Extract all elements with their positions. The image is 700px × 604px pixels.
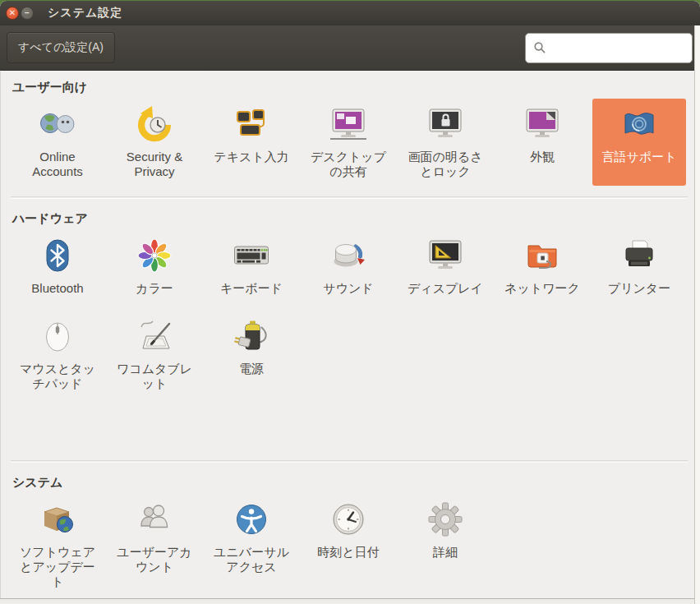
settings-item-desktop-sharing[interactable]: デスクトップの共有 (302, 99, 395, 186)
time-date-icon (329, 500, 368, 539)
settings-item-label: Online Accounts (16, 150, 99, 179)
mouse-touchpad-icon (38, 316, 77, 356)
section-divider (11, 196, 688, 199)
search-icon (533, 41, 546, 54)
personal-grid: Online Accounts Security & Privacy (9, 99, 694, 186)
section-title-system: システム (12, 475, 694, 490)
settings-item-label: テキスト入力 (214, 150, 288, 164)
settings-item-label: 言語サポート (601, 150, 676, 164)
color-icon (135, 236, 174, 275)
hardware-grid: Bluetooth カラー (9, 230, 694, 391)
settings-item-label: 時刻と日付 (317, 545, 379, 560)
appearance-icon (523, 104, 562, 144)
online-accounts-icon (38, 104, 77, 144)
settings-item-label: ワコムタブレット (113, 362, 196, 391)
settings-item-label: 画面の明るさとロック (404, 150, 486, 179)
bluetooth-icon (38, 236, 77, 275)
system-settings-window: ✕ − システム設定 すべての設定(A) ユーザー向け (0, 1, 700, 604)
window-bottom-edge (0, 598, 694, 604)
settings-item-label: キーボード (220, 281, 283, 296)
settings-item-label: サウンド (323, 281, 373, 296)
language-support-icon (619, 104, 659, 144)
settings-item-power[interactable]: 電源 (205, 311, 298, 391)
minimize-button[interactable]: − (21, 7, 34, 20)
settings-item-label: ユニバーサルアクセス (210, 545, 292, 574)
settings-item-label: マウスとタッチパッド (16, 362, 99, 391)
displays-icon (426, 236, 465, 275)
settings-item-label: ディスプレイ (408, 281, 483, 296)
printers-icon (619, 236, 659, 275)
settings-item-online-accounts[interactable]: Online Accounts (11, 99, 104, 186)
settings-item-user-accounts[interactable]: ユーザーアカウント (108, 494, 201, 598)
settings-item-appearance[interactable]: 外観 (495, 99, 589, 186)
minimize-icon: − (25, 9, 30, 17)
settings-item-screen-brightness-lock[interactable]: 画面の明るさとロック (398, 99, 492, 186)
settings-item-network[interactable]: ネットワーク (495, 230, 589, 311)
settings-item-label: Security & Privacy (113, 150, 196, 179)
settings-item-security-privacy[interactable]: Security & Privacy (108, 99, 201, 186)
settings-item-label: デスクトップの共有 (307, 150, 389, 179)
search-box[interactable] (525, 33, 693, 63)
details-icon (426, 500, 465, 539)
close-icon: ✕ (9, 9, 16, 17)
desktop-sharing-icon (329, 104, 368, 144)
settings-item-time-date[interactable]: 時刻と日付 (302, 494, 395, 598)
settings-item-label: ソフトウェアとアップデート (16, 545, 99, 589)
settings-item-label: プリンター (608, 281, 670, 296)
search-input[interactable] (551, 40, 684, 55)
settings-item-printers[interactable]: プリンター (592, 230, 686, 311)
system-grid: ソフトウェアとアップデート ユーザーアカウント (9, 494, 694, 598)
settings-item-displays[interactable]: ディスプレイ (398, 230, 492, 311)
security-privacy-icon (135, 104, 174, 144)
wacom-tablet-icon (135, 316, 174, 356)
user-accounts-icon (135, 500, 174, 539)
settings-item-language-support[interactable]: 言語サポート (592, 99, 686, 186)
section-title-hardware: ハードウェア (12, 211, 694, 226)
settings-item-details[interactable]: 詳細 (398, 494, 492, 598)
settings-item-label: Bluetooth (31, 281, 83, 296)
settings-item-universal-access[interactable]: ユニバーサルアクセス (205, 494, 298, 598)
keyboard-icon (232, 236, 271, 275)
settings-item-software-updates[interactable]: ソフトウェアとアップデート (11, 494, 104, 598)
close-button[interactable]: ✕ (6, 7, 19, 20)
window-title: システム設定 (48, 6, 122, 21)
text-entry-icon (232, 104, 271, 144)
settings-panel: ユーザー向け Online Accounts (0, 71, 694, 598)
settings-item-color[interactable]: カラー (108, 230, 201, 311)
scrollbar-track[interactable] (694, 25, 700, 604)
settings-item-label: ネットワーク (504, 281, 580, 296)
settings-item-text-entry[interactable]: テキスト入力 (205, 99, 298, 186)
screen-brightness-lock-icon (426, 104, 465, 144)
settings-item-sound[interactable]: サウンド (302, 230, 395, 311)
settings-item-mouse-touchpad[interactable]: マウスとタッチパッド (11, 311, 104, 391)
all-settings-button[interactable]: すべての設定(A) (7, 32, 115, 63)
settings-item-label: ユーザーアカウント (113, 545, 196, 574)
settings-item-bluetooth[interactable]: Bluetooth (11, 230, 104, 311)
universal-access-icon (232, 500, 271, 539)
settings-item-label: カラー (136, 281, 173, 296)
power-icon (232, 316, 271, 356)
settings-item-label: 詳細 (433, 545, 458, 560)
network-icon (523, 236, 562, 275)
titlebar: ✕ − システム設定 (0, 1, 700, 25)
settings-item-label: 外観 (530, 150, 555, 164)
toolbar: すべての設定(A) (0, 25, 700, 71)
section-divider (11, 460, 688, 463)
settings-item-wacom-tablet[interactable]: ワコムタブレット (108, 311, 201, 391)
settings-item-label: 電源 (239, 362, 264, 376)
section-title-personal: ユーザー向け (12, 80, 694, 95)
sound-icon (329, 236, 368, 275)
software-updates-icon (38, 500, 77, 539)
settings-item-keyboard[interactable]: キーボード (205, 230, 298, 311)
